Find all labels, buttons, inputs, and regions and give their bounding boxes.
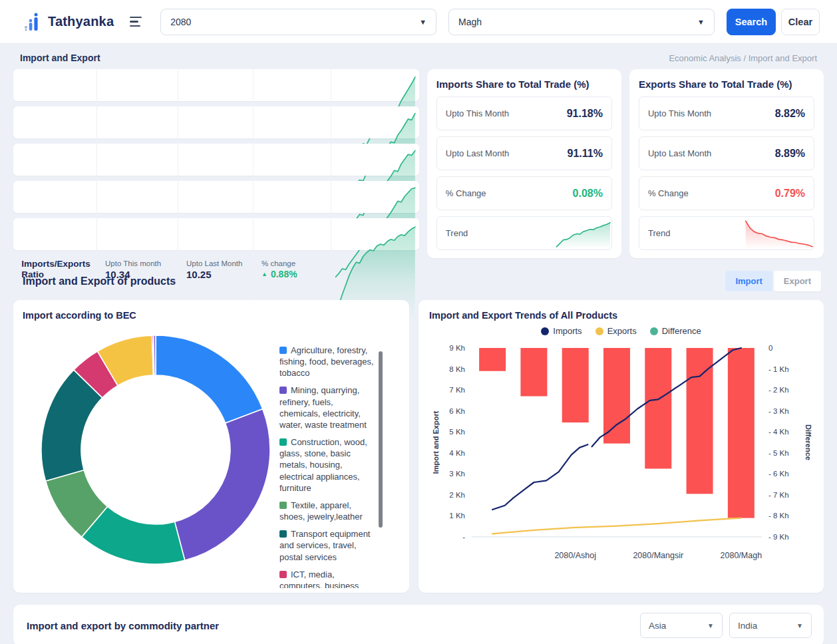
trend-row: Trend [639,216,814,250]
page-title: Import and Export [20,53,100,63]
legend-label: Difference [662,326,701,336]
year-select[interactable]: 2080 ▼ [160,9,436,35]
svg-text:6 Kh: 6 Kh [449,407,465,415]
toggle-export-button[interactable]: Export [774,271,821,291]
share-row: Upto This Month 8.82% [639,96,814,130]
search-button[interactable]: Search [727,9,776,35]
chevron-down-icon: ▼ [419,18,426,26]
column-header: % change [261,259,324,267]
legend-swatch [279,347,287,354]
legend-swatch [279,502,287,509]
legend-dot [650,327,658,335]
brand-name: Tathyanka [48,14,114,29]
legend-label: Construction, wood, glass, stone, basic … [279,437,367,493]
row-label: Trend [648,228,670,238]
cell-value: 0.88% [271,269,297,279]
bec-donut-chart[interactable] [32,326,279,573]
chart-legend-item[interactable]: Imports [541,326,582,336]
exports-share-trend-sparkline [704,217,814,249]
products-section-title: Import and Export of products [23,275,176,287]
legend-item: Mining, quarrying, refinery, fuels, chem… [279,385,375,430]
svg-text:7 Kh: 7 Kh [449,386,465,394]
legend-item: ICT, media, computers, business and fina… [279,569,375,588]
year-select-value: 2080 [170,17,191,27]
row-value: 0.08% [573,188,603,200]
row-value: 8.82% [775,108,805,120]
column-header: Upto Last Month [186,259,246,267]
arrow-up-icon: ▲ [261,271,267,277]
svg-text:8 Kh: 8 Kh [449,365,465,373]
share-row: Upto Last Month 91.11% [436,136,612,170]
exports-share-card: Exports Share to Total Trade (%) Upto Th… [629,69,824,258]
row-label: Trend [446,228,468,238]
trend-row: Trend [436,216,612,250]
trends-card: Import and Export Trends of All Products… [418,300,824,593]
brand-logo[interactable]: Tathyanka [23,12,114,32]
legend-dot [595,327,603,335]
legend-swatch [279,530,287,538]
trends-chart-title: Import and Export Trends of All Products [429,310,813,321]
commodity-partner-title: Import and export by commodity partner [27,620,219,631]
legend-scrollbar[interactable] [379,351,383,528]
row-label: Upto Last Month [446,148,509,158]
month-select-value: Magh [458,17,482,27]
toggle-import-button[interactable]: Import [725,271,772,291]
table-row: Trade Deficit Upto This month 8.11 Kh Up… [13,181,419,213]
svg-text:2080/Magh: 2080/Magh [721,551,762,560]
row-label: % Change [446,188,486,198]
donut-legend[interactable]: Agriculture, forestry, fishing, food, be… [279,345,385,588]
legend-label: Textile, apparel, shoes, jewelry,leather [279,500,363,522]
bec-donut-card: Import according to BEC Agriculture, for… [13,300,409,593]
row-value: 8.89% [775,148,805,160]
svg-text:- 6 Kh: - 6 Kh [768,470,789,478]
share-row: Upto This Month 91.18% [436,96,612,130]
card-title: Imports Share to Total Trade (%) [436,79,612,90]
country-select-value: India [738,621,757,631]
svg-text:- 8 Kh: - 8 Kh [768,512,789,520]
chevron-down-icon: ▼ [697,18,705,26]
svg-text:5 Kh: 5 Kh [449,428,465,436]
legend-label: Mining, quarrying, refinery, fuels, chem… [279,385,367,429]
svg-text:2 Kh: 2 Kh [449,491,465,499]
svg-text:Import and Export: Import and Export [432,410,440,474]
svg-text:- 4 Kh: - 4 Kh [768,428,789,436]
clear-button[interactable]: Clear [781,9,820,35]
share-row: % Change 0.08% [436,176,612,210]
donut-chart-title: Import according to BEC [23,310,400,321]
row-label: % Change [648,188,689,198]
top-navbar: Tathyanka 2080 ▼ Magh ▼ Search Clear [0,0,837,44]
trends-chart[interactable]: 9 Kh8 Kh7 Kh6 Kh5 Kh4 Kh3 Kh2 Kh1 Kh-0- … [429,337,813,577]
legend-item: Transport equipment and services, travel… [279,528,375,562]
legend-swatch [279,571,287,578]
chevron-down-icon: ▼ [796,622,803,629]
legend-swatch [279,387,287,394]
brand-icon [23,12,43,32]
legend-label: Exports [607,326,637,336]
table-row: Imports/Exports Ratio Upto This month 10… [13,218,419,250]
share-row: % Change 0.79% [639,176,814,210]
column-header: Upto This month [105,259,171,267]
row-label: Upto This Month [446,108,509,118]
menu-icon[interactable] [130,17,144,27]
chart-legend-item[interactable]: Difference [650,326,701,336]
svg-text:- 2 Kh: - 2 Kh [768,386,789,394]
legend-swatch [279,438,287,446]
chart-legend-item[interactable]: Exports [595,326,637,336]
month-select[interactable]: Magh ▼ [448,9,715,35]
row-label: Upto This Month [648,108,711,118]
cell-value: 10.25 [186,269,246,280]
row-label: Upto Last Month [648,148,711,158]
svg-text:- 7 Kh: - 7 Kh [768,491,789,499]
svg-text:-: - [462,533,465,541]
svg-text:4 Kh: 4 Kh [449,449,465,457]
svg-text:- 1 Kh: - 1 Kh [768,365,789,373]
legend-item: Agriculture, forestry, fishing, food, be… [279,345,375,379]
country-select[interactable]: India ▼ [729,613,812,638]
region-select[interactable]: Asia ▼ [640,613,723,638]
commodity-partner-card: Import and export by commodity partner A… [13,605,824,644]
table-row: Imports Upto This month 8.98 Kh Upto Las… [13,106,419,138]
svg-text:3 Kh: 3 Kh [449,470,465,478]
svg-text:2080/Ashoj: 2080/Ashoj [554,551,596,560]
import-export-toggle: Import Export [725,271,821,291]
svg-text:1 Kh: 1 Kh [449,512,465,520]
